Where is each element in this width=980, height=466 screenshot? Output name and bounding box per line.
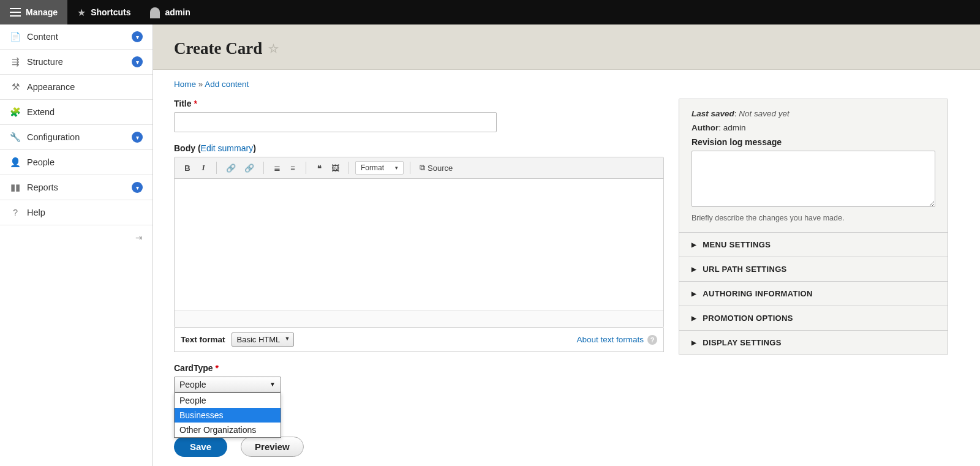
chevron-down-icon: ▾ <box>132 132 143 143</box>
revision-info-panel: Last saved: Not saved yet Author: admin … <box>679 99 948 233</box>
sidebar-item-extend[interactable]: 🧩Extend <box>0 100 153 125</box>
title-input[interactable] <box>174 112 497 132</box>
text-format-row: Text format Basic HTML About text format… <box>174 328 664 352</box>
accordion-label: PROMOTION OPTIONS <box>703 314 793 323</box>
cardtype-label: CardType * <box>174 363 664 373</box>
wrench-icon: 🔧 <box>10 132 21 143</box>
text-format-select[interactable]: Basic HTML <box>232 333 295 347</box>
revision-log-hint: Briefly describe the changes you have ma… <box>692 214 935 222</box>
breadcrumb: Home » Add content <box>153 70 980 89</box>
chevron-down-icon: ▾ <box>395 165 398 171</box>
breadcrumb-sep: » <box>196 80 205 89</box>
blockquote-button[interactable]: ❝ <box>312 162 326 175</box>
revision-log-label: Revision log message <box>692 137 935 147</box>
triangle-right-icon: ▶ <box>692 266 696 272</box>
sidebar-item-configuration[interactable]: 🔧Configuration▾ <box>0 125 153 150</box>
bold-button[interactable]: B <box>181 162 194 175</box>
accordion-url-path-settings[interactable]: ▶URL PATH SETTINGS <box>679 257 948 281</box>
edit-summary-link[interactable]: Edit summary <box>201 143 254 153</box>
toolbar-manage-label: Manage <box>26 7 58 17</box>
sidebar-item-reports[interactable]: ▮▮Reports▾ <box>0 175 153 200</box>
cardtype-option[interactable]: People <box>175 393 281 408</box>
admin-toolbar: Manage ★ Shortcuts admin <box>0 0 980 24</box>
author-label: Author <box>692 123 718 132</box>
hamburger-icon <box>10 8 21 17</box>
hierarchy-icon: ⇶ <box>10 56 21 67</box>
accordion-promotion-options[interactable]: ▶PROMOTION OPTIONS <box>679 306 948 330</box>
sidebar-item-help[interactable]: ?Help <box>0 200 153 225</box>
save-button[interactable]: Save <box>174 437 227 457</box>
toolbar-sep <box>410 162 410 174</box>
body-label: Body (Edit summary) <box>174 143 664 153</box>
format-dropdown[interactable]: Format ▾ <box>355 161 404 175</box>
chevron-down-icon: ▾ <box>132 182 143 193</box>
breadcrumb-home[interactable]: Home <box>174 80 196 89</box>
sidebar-item-label: Help <box>27 208 45 217</box>
accordion-authoring-information[interactable]: ▶AUTHORING INFORMATION <box>679 281 948 306</box>
cardtype-field: CardType * People PeopleBusinessesOther … <box>174 363 664 393</box>
person-icon: 👤 <box>10 157 21 168</box>
number-list-button[interactable]: ≡ <box>286 162 300 175</box>
sidebar-item-label: Extend <box>27 107 55 117</box>
cardtype-option[interactable]: Businesses <box>175 408 281 423</box>
source-icon: ⧉ <box>420 163 425 173</box>
help-icon[interactable]: ? <box>647 335 657 345</box>
sidebar-item-label: Configuration <box>27 132 80 142</box>
form-column: Title * Body (Edit summary) B I 🔗 🔗 <box>174 99 664 457</box>
triangle-right-icon: ▶ <box>692 290 696 297</box>
admin-sidebar: 📄Content▾⇶Structure▾⚒Appearance🧩Extend🔧C… <box>0 24 153 466</box>
chevron-down-icon: ▾ <box>132 56 143 67</box>
unlink-button[interactable]: 🔗 <box>241 162 257 175</box>
image-button[interactable]: 🖼 <box>328 162 342 175</box>
toolbar-shortcuts[interactable]: ★ Shortcuts <box>67 0 140 24</box>
accordion-label: URL PATH SETTINGS <box>703 265 786 274</box>
toolbar-shortcuts-label: Shortcuts <box>91 7 130 17</box>
accordion-display-settings[interactable]: ▶DISPLAY SETTINGS <box>679 330 948 355</box>
sidebar-item-label: Content <box>27 32 58 42</box>
title-field: Title * <box>174 99 664 132</box>
sidebar-item-label: Reports <box>27 182 58 192</box>
rich-text-editor: B I 🔗 🔗 ≣ ≡ ❝ 🖼 Format <box>174 157 664 328</box>
sidebar-collapse[interactable]: ⇥ <box>0 225 153 250</box>
author-value: admin <box>723 123 746 132</box>
accordion-label: MENU SETTINGS <box>703 240 771 249</box>
gavel-icon: ⚒ <box>10 81 21 92</box>
sidebar-item-appearance[interactable]: ⚒Appearance <box>0 75 153 100</box>
file-icon: 📄 <box>10 31 21 42</box>
toolbar-manage[interactable]: Manage <box>0 0 67 24</box>
sidebar-item-structure[interactable]: ⇶Structure▾ <box>0 50 153 75</box>
accordion-label: AUTHORING INFORMATION <box>703 289 812 298</box>
italic-button[interactable]: I <box>197 161 210 175</box>
meta-sidebar: Last saved: Not saved yet Author: admin … <box>679 99 948 355</box>
toolbar-user[interactable]: admin <box>140 0 200 24</box>
bullet-list-button[interactable]: ≣ <box>270 162 284 175</box>
cardtype-select[interactable]: People <box>174 377 281 393</box>
sidebar-item-content[interactable]: 📄Content▾ <box>0 24 153 50</box>
accordion-menu-settings[interactable]: ▶MENU SETTINGS <box>679 233 948 257</box>
cardtype-dropdown-list: PeopleBusinessesOther Organizations <box>174 393 281 438</box>
format-dropdown-label: Format <box>361 163 384 172</box>
user-icon <box>150 7 160 17</box>
chevron-down-icon: ▾ <box>132 31 143 42</box>
page-header: Create Card ☆ <box>153 24 980 70</box>
toolbar-user-label: admin <box>165 7 190 17</box>
triangle-right-icon: ▶ <box>692 339 696 346</box>
source-button[interactable]: ⧉ Source <box>417 161 456 175</box>
favorite-star-icon[interactable]: ☆ <box>268 42 279 56</box>
page-title: Create Card ☆ <box>174 39 279 58</box>
triangle-right-icon: ▶ <box>692 315 696 321</box>
sidebar-item-label: People <box>27 157 55 167</box>
text-format-value: Basic HTML <box>237 335 281 344</box>
about-text-formats-link[interactable]: About text formats <box>576 335 644 344</box>
sidebar-item-people[interactable]: 👤People <box>0 150 153 175</box>
toolbar-sep <box>306 162 306 174</box>
cardtype-option[interactable]: Other Organizations <box>175 423 281 437</box>
breadcrumb-add-content[interactable]: Add content <box>205 80 249 89</box>
editor-content-area[interactable] <box>175 179 663 310</box>
revision-log-textarea[interactable] <box>692 151 935 207</box>
star-icon: ★ <box>77 7 86 18</box>
preview-button[interactable]: Preview <box>241 437 304 457</box>
bars-icon: ▮▮ <box>10 182 21 193</box>
form-actions: Save Preview <box>174 437 664 457</box>
link-button[interactable]: 🔗 <box>223 162 239 175</box>
